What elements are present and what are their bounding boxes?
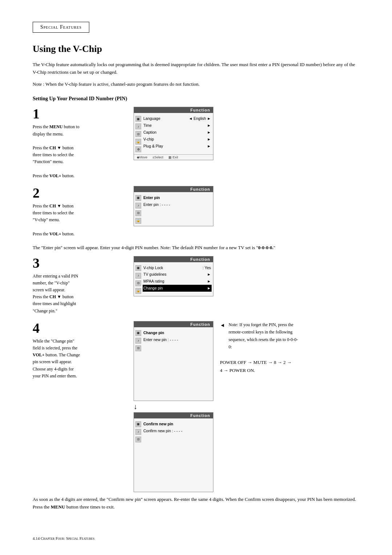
step-3-left: 3 After entering a valid PIN number, the…: [33, 256, 127, 315]
note-block: ◄ Note: If you forget the PIN, press the…: [220, 321, 300, 351]
step-4-below: As soon as the 4 digits are entered, the…: [33, 496, 359, 511]
step-4: 4 While the "Change pin" field is select…: [33, 321, 359, 492]
intro-para2: Note : When the V-chip feature is active…: [33, 81, 359, 88]
icon-2: ♪: [135, 123, 141, 129]
menu-enter-pin-value: Enter pin : - - - -: [143, 201, 212, 208]
step-1-screen-header: Function: [134, 107, 213, 113]
menu-item-plug: Plug & Play►: [143, 143, 212, 150]
menu-tv-guidelines: TV guidelines►: [143, 271, 212, 278]
step-3-screen-body: ▦ ♪ ⊡ 🔒 V-chip Lock: Yes TV guidelines► …: [134, 262, 213, 296]
icon-s2-3: ⊡: [135, 210, 141, 216]
step-3: 3 After entering a valid PIN number, the…: [33, 256, 359, 315]
icon-3: ⊡: [135, 131, 141, 137]
power-sequence: POWER OFF → MUTE → 8 → 2 →4 → POWER ON.: [220, 358, 300, 374]
step-4-screen2: Function ▦ ♪ ⊡ Confirm new pin Confirm n…: [134, 412, 213, 492]
menu-vchip-lock: V-chip Lock: Yes: [143, 264, 212, 271]
menu-item-language: Language◄ English ►: [143, 115, 212, 122]
menu-item-caption: Caption►: [143, 129, 212, 136]
header-box: Special Features: [33, 22, 89, 33]
icon-s4b-3: ⊡: [135, 437, 141, 442]
step-4-menu2: Confirm new pin Confirm new pin : - - - …: [143, 421, 212, 442]
icon-s4-3: ⊡: [135, 345, 141, 351]
icon-1: ▦: [135, 116, 141, 122]
icon-s4-2: ♪: [135, 338, 141, 344]
step-2-screen-header: Function: [134, 186, 213, 192]
step-2-menu: Enter pin Enter pin : - - - -: [143, 194, 212, 224]
step-1-menu: Language◄ English ► Time► Caption► V-chi…: [143, 115, 212, 152]
step-2-left: 2 Press the CH ▼ button three times to s…: [33, 186, 127, 238]
step-4-menu1: Change pin Enter new pin : - - - -: [143, 329, 212, 351]
menu-enter-pin: Enter pin: [143, 194, 212, 201]
note-text: Note: If you forget the PIN, press the r…: [229, 321, 300, 351]
page-title: Using the V-Chip: [33, 44, 359, 54]
step-4-screen2-header: Function: [134, 413, 213, 418]
step-4-number: 4: [33, 321, 127, 335]
step-4-icons2: ▦ ♪ ⊡: [135, 421, 141, 442]
step-4-center: Function ▦ ♪ ⊡ Change pin Enter new pin …: [134, 321, 213, 492]
step-1-screen-body: ▦ ♪ ⊡ 🔒 ⚙ Language◄ English ► Time► Capt…: [134, 113, 213, 154]
step-1-footer: ◆Move±Select▦ Exit: [134, 154, 213, 160]
step-2: 2 Press the CH ▼ button three times to s…: [33, 186, 359, 238]
menu-confirm-pin-label: Confirm new pin: [143, 421, 212, 428]
step-2-screen: Function ▦ ♪ ⊡ 🔒 Enter pin Enter pin : -…: [134, 186, 213, 226]
step-1-screen: Function ▦ ♪ ⊡ 🔒 ⚙ Language◄ English ► T…: [134, 107, 213, 160]
step-1-text: Press the MENU button to display the men…: [33, 123, 127, 179]
icon-s3-1: ▦: [135, 265, 141, 271]
footer-text: 4.14 Chapter Four: Special Features: [33, 536, 94, 540]
step-2-text: Press the CH ▼ button three times to sel…: [33, 203, 127, 238]
menu-item-vchip: V-chip►: [143, 136, 212, 143]
step-3-number: 3: [33, 256, 127, 270]
menu-change-pin-label: Change pin: [143, 329, 212, 336]
step-2-icons: ▦ ♪ ⊡ 🔒: [135, 194, 141, 224]
icon-s3-4: 🔒: [135, 288, 141, 294]
step-3-text: After entering a valid PIN number, the "…: [33, 273, 127, 315]
section-heading: Setting Up Your Personal ID Number (PIN): [33, 96, 359, 102]
icon-s3-2: ♪: [135, 273, 141, 279]
step-3-screen: Function ▦ ♪ ⊡ 🔒 V-chip Lock: Yes TV gui…: [134, 256, 213, 296]
icon-s2-1: ▦: [135, 195, 141, 201]
step-4-note-col: ◄ Note: If you forget the PIN, press the…: [220, 321, 300, 492]
icon-5: ⚙: [135, 146, 141, 152]
step-3-screen-header: Function: [134, 256, 213, 262]
step-2-screen-body: ▦ ♪ ⊡ 🔒 Enter pin Enter pin : - - - -: [134, 192, 213, 226]
header-label: Special Features: [40, 24, 82, 30]
step-2-number: 2: [33, 186, 127, 200]
menu-confirm-new-pin: Confirm new pin : - - - -: [143, 428, 212, 434]
menu-enter-new-pin: Enter new pin : - - - -: [143, 336, 212, 343]
icon-s2-4: 🔒: [135, 218, 141, 224]
icon-s4b-2: ♪: [135, 429, 141, 435]
step-4-icons1: ▦ ♪ ⊡: [135, 329, 141, 351]
step-1-icons: ▦ ♪ ⊡ 🔒 ⚙: [135, 115, 141, 152]
step-1-number: 1: [33, 107, 127, 121]
note-bullet: ◄: [220, 321, 225, 330]
step-1: 1 Press the MENU button to display the m…: [33, 107, 359, 179]
arrow-down: ↓: [134, 402, 137, 411]
icon-s4-1: ▦: [135, 330, 141, 336]
icon-s3-3: ⊡: [135, 280, 141, 286]
icon-s2-2: ♪: [135, 203, 141, 208]
step-4-screen2-body: ▦ ♪ ⊡ Confirm new pin Confirm new pin : …: [134, 418, 213, 445]
menu-item-time: Time►: [143, 122, 212, 129]
step-4-screen1-header: Function: [134, 321, 213, 327]
intro-para1: The V-Chip feature automatically locks o…: [33, 61, 359, 76]
step-2-below: The "Enter pin" screen will appear. Ente…: [33, 244, 359, 252]
menu-mpaa-rating: MPAA rating►: [143, 278, 212, 285]
icon-4: 🔒: [135, 139, 141, 145]
step-3-menu: V-chip Lock: Yes TV guidelines► MPAA rat…: [143, 264, 212, 294]
step-4-screen1: Function ▦ ♪ ⊡ Change pin Enter new pin …: [134, 321, 213, 401]
step-4-left: 4 While the "Change pin" field is select…: [33, 321, 127, 492]
step-3-icons: ▦ ♪ ⊡ 🔒: [135, 264, 141, 294]
page-footer: 4.14 Chapter Four: Special Features: [33, 536, 94, 540]
step-4-text: While the "Change pin" field is selected…: [33, 338, 127, 380]
menu-change-pin: Change pin►: [143, 285, 212, 292]
icon-s4b-1: ▦: [135, 421, 141, 427]
step-1-left: 1 Press the MENU button to display the m…: [33, 107, 127, 179]
step-4-screen1-body: ▦ ♪ ⊡ Change pin Enter new pin : - - - -: [134, 327, 213, 353]
